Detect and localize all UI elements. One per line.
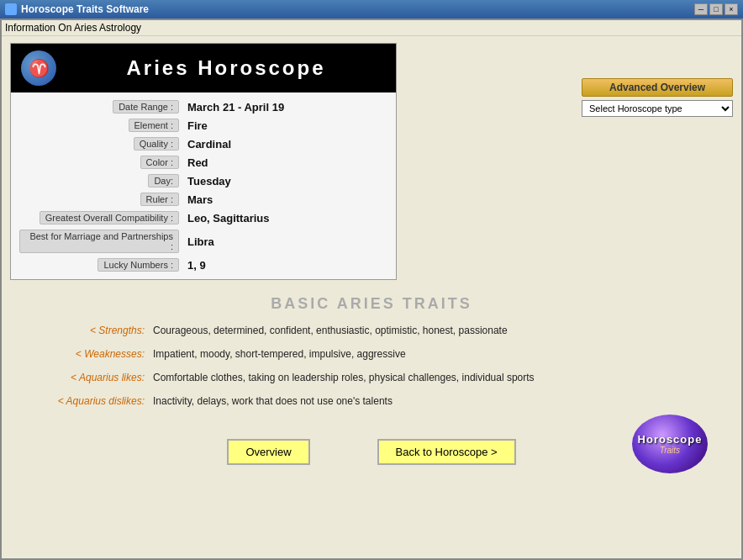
info-rows: Date Range : March 21 - April 19 Element… [11, 92, 396, 279]
minimize-button[interactable]: ─ [694, 3, 708, 15]
trait-label-strengths: < Strengths: [18, 325, 153, 336]
trait-row-dislikes: < Aquarius dislikes: Inactivity, delays,… [18, 395, 725, 407]
label-compatibility: Greatest Overall Compatibility : [19, 211, 187, 225]
value-lucky: 1, 9 [187, 259, 206, 272]
logo-sub-text: Traits [660, 446, 680, 455]
label-quality: Quality : [19, 137, 187, 151]
title-bar: Horoscope Traits Software ─ □ × [0, 0, 743, 18]
trait-row-likes: < Aquarius likes: Comfortable clothes, t… [18, 372, 725, 383]
app-icon [5, 3, 17, 15]
maximize-button[interactable]: □ [709, 3, 723, 15]
info-row-color: Color : Red [19, 153, 387, 172]
label-day: Day: [19, 174, 187, 188]
main-window: Information On Aries Astrology Advanced … [0, 18, 743, 560]
trait-value-strengths: Courageous, determined, confident, enthu… [153, 325, 725, 336]
value-date-range: March 21 - April 19 [187, 101, 284, 114]
info-row-day: Day: Tuesday [19, 172, 387, 190]
trait-label-dislikes: < Aquarius dislikes: [18, 395, 153, 407]
value-day: Tuesday [187, 175, 231, 188]
trait-value-dislikes: Inactivity, delays, work that does not u… [153, 395, 725, 407]
logo-circle: Horoscope Traits [632, 415, 708, 473]
value-marriage: Libra [187, 235, 214, 248]
info-row-element: Element : Fire [19, 116, 387, 135]
label-element: Element : [19, 119, 187, 132]
back-to-horoscope-button[interactable]: Back to Horoscope > [377, 439, 516, 465]
aries-title: Aries Horoscope [66, 56, 386, 80]
advanced-overview-button[interactable]: Advanced Overview [582, 78, 733, 97]
close-button[interactable]: × [725, 3, 738, 15]
info-row-lucky: Lucky Numbers : 1, 9 [19, 256, 387, 274]
logo-main-text: Horoscope [638, 433, 703, 446]
trait-value-likes: Comfortable clothes, taking on leadershi… [153, 372, 725, 383]
label-marriage: Best for Marriage and Partnerships : [19, 230, 187, 253]
trait-row-strengths: < Strengths: Courageous, determined, con… [18, 325, 725, 336]
horoscope-type-select[interactable]: Select Horoscope type [582, 100, 733, 117]
info-row-date: Date Range : March 21 - April 19 [19, 98, 387, 116]
value-compatibility: Leo, Sagittarius [187, 212, 270, 225]
window-controls: ─ □ × [694, 3, 738, 15]
menu-bar: Information On Aries Astrology [2, 20, 741, 36]
traits-title: BASIC ARIES TRAITS [18, 295, 725, 313]
horoscope-logo: Horoscope Traits [632, 415, 716, 473]
info-row-marriage: Best for Marriage and Partnerships : Lib… [19, 227, 387, 256]
title-bar-label: Horoscope Traits Software [21, 3, 149, 15]
traits-section: BASIC ARIES TRAITS < Strengths: Courageo… [10, 288, 733, 422]
value-quality: Cardinal [187, 138, 231, 151]
content-area: Advanced Overview Select Horoscope type … [2, 36, 741, 558]
top-right-panel: Advanced Overview Select Horoscope type [582, 78, 733, 117]
value-element: Fire [187, 119, 208, 132]
value-ruler: Mars [187, 193, 213, 206]
trait-label-weaknesses: < Weaknesses: [18, 348, 153, 360]
aries-glyph: ♈ [29, 58, 50, 78]
info-panel: ♈ Aries Horoscope Date Range : March 21 … [10, 43, 397, 280]
info-row-compatibility: Greatest Overall Compatibility : Leo, Sa… [19, 209, 387, 227]
overview-button[interactable]: Overview [227, 439, 309, 465]
menu-label: Information On Aries Astrology [5, 22, 141, 34]
label-date-range: Date Range : [19, 100, 187, 114]
aries-header: ♈ Aries Horoscope [11, 44, 396, 92]
trait-label-likes: < Aquarius likes: [18, 372, 153, 383]
trait-row-weaknesses: < Weaknesses: Impatient, moody, short-te… [18, 348, 725, 360]
label-lucky: Lucky Numbers : [19, 258, 187, 272]
info-row-ruler: Ruler : Mars [19, 190, 387, 209]
label-ruler: Ruler : [19, 193, 187, 206]
aries-symbol: ♈ [21, 50, 56, 86]
value-color: Red [187, 156, 208, 169]
trait-value-weaknesses: Impatient, moody, short-tempered, impuls… [153, 348, 725, 360]
label-color: Color : [19, 156, 187, 169]
bottom-area: Overview Back to Horoscope > Horoscope T… [10, 431, 733, 473]
info-row-quality: Quality : Cardinal [19, 135, 387, 153]
